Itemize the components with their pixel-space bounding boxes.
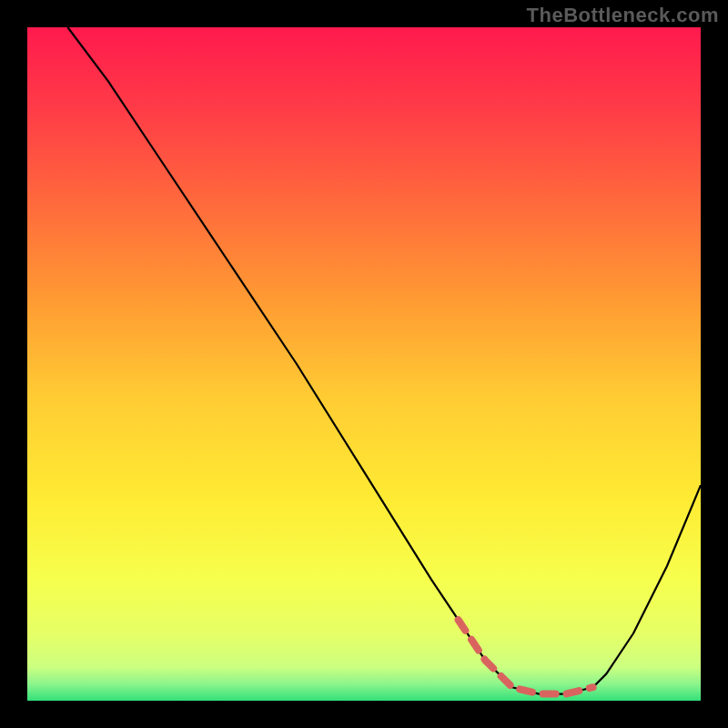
chart-container: TheBottleneck.com: [0, 0, 728, 728]
plot-background: [27, 27, 701, 701]
watermark-text: TheBottleneck.com: [527, 4, 719, 27]
bottleneck-chart: [0, 0, 728, 728]
